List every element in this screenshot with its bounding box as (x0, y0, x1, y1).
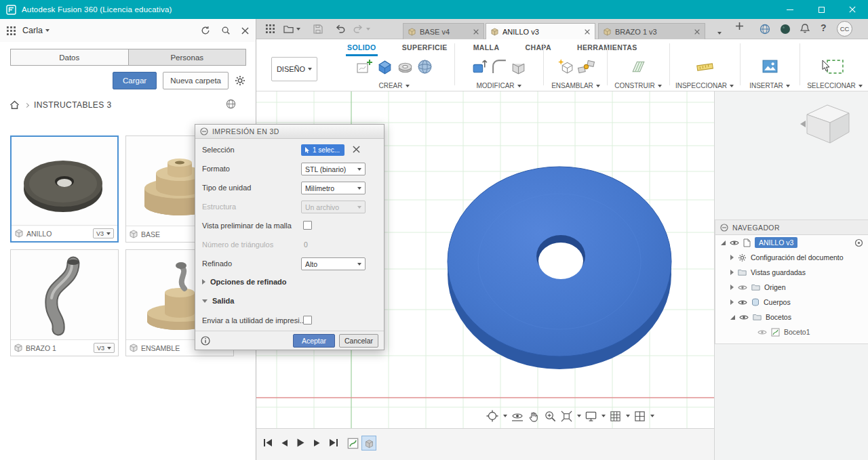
refresh-icon[interactable] (201, 26, 210, 35)
group-dropdown-insertar[interactable]: INSERTAR (749, 82, 790, 89)
timeline-selected-feature[interactable] (361, 436, 376, 451)
cancel-dialog-button[interactable]: Cancelar (339, 334, 378, 348)
unidad-select[interactable]: Milímetro (301, 182, 366, 194)
timeline-sketch-feature[interactable] (347, 438, 359, 449)
close-button[interactable] (837, 0, 868, 19)
dialog-header[interactable]: IMPRESIÓN EN 3D (195, 125, 384, 139)
section-salida[interactable]: Salida (202, 297, 234, 305)
navigator-item-origen[interactable]: Origen (715, 280, 868, 295)
fit-view-icon[interactable] (560, 410, 581, 423)
save-icon[interactable] (313, 24, 323, 34)
info-icon[interactable] (201, 336, 210, 346)
settings-gear-icon[interactable] (235, 75, 245, 86)
eye-icon[interactable] (738, 299, 747, 306)
group-dropdown-seleccionar[interactable]: SELECCIONAR (807, 82, 863, 89)
notifications-bell-icon[interactable] (800, 23, 810, 34)
insert-image-icon[interactable] (762, 59, 778, 75)
selection-chip[interactable]: 1 selec... (301, 144, 344, 156)
version-dropdown[interactable]: V3 (93, 228, 114, 238)
eye-icon[interactable] (738, 285, 747, 291)
viewports-icon[interactable] (633, 410, 654, 423)
group-dropdown-inspeccionar[interactable]: INSPECCIONAR (675, 82, 734, 89)
eye-icon[interactable] (757, 329, 767, 335)
pan-tool-icon[interactable] (528, 410, 540, 423)
minimize-button[interactable] (774, 0, 806, 19)
navigator-item-doc-settings[interactable]: Configuración del documento (715, 250, 868, 265)
close-tab-icon[interactable] (473, 29, 479, 35)
undo-icon[interactable] (335, 24, 346, 33)
activate-radio-icon[interactable] (854, 238, 863, 247)
grid-snaps-icon[interactable] (609, 410, 630, 423)
form-icon[interactable] (416, 58, 433, 75)
new-folder-button[interactable]: Nueva carpeta (163, 72, 229, 89)
navigator-item-bocetos[interactable]: Bocetos (715, 310, 868, 325)
close-panel-icon[interactable] (241, 27, 249, 35)
refinado-select[interactable]: Alto (301, 257, 366, 270)
fillet-icon[interactable] (491, 58, 508, 75)
group-dropdown-construir[interactable]: CONSTRUIR (614, 82, 661, 89)
eye-icon[interactable] (730, 240, 739, 246)
maximize-button[interactable] (806, 0, 837, 19)
collapsed-tree-icon[interactable] (730, 299, 734, 305)
close-tab-icon[interactable] (694, 29, 700, 35)
collapsed-tree-icon[interactable] (730, 255, 734, 260)
doc-tab-brazo[interactable]: BRAZO 1 v3 (598, 23, 705, 39)
timeline-go-start-icon[interactable] (263, 438, 273, 447)
mesh-preview-checkbox[interactable] (303, 221, 312, 230)
tab-list-chevron-icon[interactable] (717, 26, 722, 39)
measure-icon[interactable] (695, 59, 715, 75)
press-pull-icon[interactable] (471, 58, 489, 76)
show-data-panel-icon[interactable] (266, 24, 275, 33)
expanded-tree-icon[interactable] (730, 315, 735, 320)
team-dropdown[interactable]: Carla (22, 26, 50, 35)
joint-icon[interactable] (577, 58, 595, 76)
look-at-tool-icon[interactable] (511, 409, 524, 423)
doc-tab-base[interactable]: BASE v4 (403, 23, 484, 39)
group-dropdown-modificar[interactable]: MODIFICAR (476, 82, 521, 89)
timeline-play-icon[interactable] (296, 438, 305, 448)
close-tab-icon[interactable] (585, 29, 590, 35)
construction-plane-icon[interactable] (629, 58, 648, 75)
navigator-item-saved-views[interactable]: Vistas guardadas (715, 265, 868, 280)
new-tab-icon[interactable] (735, 22, 744, 30)
section-opciones-refinado[interactable]: Opciones de refinado (202, 278, 286, 286)
timeline-step-back-icon[interactable] (281, 439, 288, 447)
navigator-root-row[interactable]: ANILLO v3 (715, 235, 868, 250)
timeline-go-end-icon[interactable] (329, 438, 338, 447)
group-dropdown-crear[interactable]: CREAR (378, 82, 409, 89)
job-status-icon[interactable] (780, 24, 791, 35)
home-icon[interactable] (9, 100, 20, 110)
navigator-item-boceto1[interactable]: Boceto1 (715, 325, 868, 339)
shell-icon[interactable] (510, 58, 527, 75)
project-card-brazo[interactable]: BRAZO 1 V3 (10, 249, 119, 356)
redo-icon[interactable] (353, 24, 370, 33)
app-grid-icon[interactable] (7, 26, 16, 35)
clear-selection-icon[interactable] (353, 146, 360, 153)
extrude-icon[interactable] (376, 58, 394, 76)
orbit-tool-icon[interactable] (486, 409, 507, 423)
collapse-panel-icon[interactable] (200, 127, 208, 135)
active-document-chip[interactable]: ANILLO v3 (755, 237, 797, 248)
doc-tab-anillo[interactable]: ANILLO v3 (486, 23, 595, 39)
select-icon[interactable] (826, 59, 844, 75)
send-to-utility-checkbox[interactable] (303, 316, 312, 325)
version-dropdown[interactable]: V3 (94, 343, 115, 353)
tab-datos[interactable]: Datos (10, 49, 129, 66)
breadcrumb[interactable]: INSTRUCTABLES 3 (34, 100, 111, 110)
new-component-icon[interactable] (557, 58, 575, 76)
navigator-item-cuerpos[interactable]: Cuerpos (715, 295, 868, 310)
project-card-anillo[interactable]: ANILLO V3 (10, 135, 119, 243)
design-mode-dropdown[interactable]: DISEÑO (271, 57, 317, 81)
search-icon[interactable] (221, 26, 231, 35)
help-icon[interactable]: ? (821, 22, 827, 33)
eye-icon[interactable] (739, 314, 749, 320)
create-sketch-icon[interactable] (355, 58, 374, 76)
zoom-tool-icon[interactable] (544, 410, 557, 423)
tab-personas[interactable]: Personas (129, 49, 247, 66)
view-cube[interactable] (795, 97, 857, 152)
file-menu-icon[interactable] (283, 24, 300, 33)
revolve-icon[interactable] (396, 58, 414, 76)
collapsed-tree-icon[interactable] (730, 270, 734, 275)
avatar[interactable]: CC (837, 21, 852, 37)
collapsed-tree-icon[interactable] (730, 285, 734, 290)
